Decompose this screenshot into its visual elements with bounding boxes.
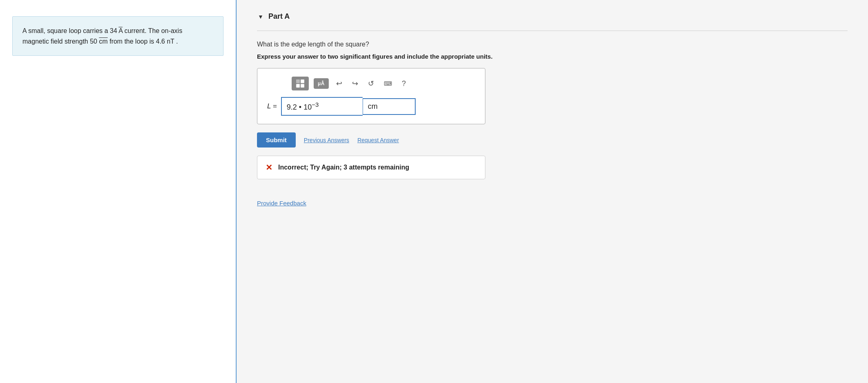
current-value: A — [119, 27, 123, 34]
incorrect-icon: ✕ — [266, 163, 272, 172]
problem-statement: A small, square loop carries a 34 A curr… — [12, 16, 224, 56]
request-answer-button[interactable]: Request Answer — [357, 137, 399, 143]
problem-text-3: magnetic field strength 50 — [22, 38, 99, 45]
redo-icon: ↪ — [352, 79, 358, 88]
provide-feedback-button[interactable]: Provide Feedback — [257, 200, 306, 207]
undo-button[interactable]: ↩ — [334, 77, 345, 90]
math-value-input[interactable]: 9.2 • 10−3 — [281, 97, 363, 116]
instruction-text: Express your answer to two significant f… — [257, 53, 848, 60]
svg-rect-1 — [301, 79, 304, 83]
right-panel: ▼ Part A What is the edge length of the … — [237, 0, 868, 383]
problem-text-5: . — [174, 38, 178, 45]
reset-icon: ↺ — [368, 79, 374, 88]
unit-input[interactable]: cm — [363, 98, 416, 115]
feedback-box: ✕ Incorrect; Try Again; 3 attempts remai… — [257, 156, 485, 179]
svg-rect-0 — [296, 79, 300, 83]
problem-text-2: current. The on-axis — [122, 27, 182, 34]
answer-box: μÅ ↩ ↪ ↺ ⌨ ? L = 9.2 • 10−3 c — [257, 68, 485, 124]
grid-template-icon — [296, 79, 305, 88]
undo-icon: ↩ — [336, 79, 342, 88]
submit-button[interactable]: Submit — [257, 132, 296, 147]
svg-rect-3 — [301, 84, 304, 88]
help-icon: ? — [402, 79, 406, 88]
toolbar: μÅ ↩ ↪ ↺ ⌨ ? — [267, 77, 475, 90]
feedback-message: Incorrect; Try Again; 3 attempts remaini… — [278, 164, 409, 171]
part-title: Part A — [268, 12, 290, 21]
grid-template-button[interactable] — [292, 77, 309, 90]
collapse-arrow-icon[interactable]: ▼ — [257, 13, 264, 20]
unit-value: cm — [368, 102, 378, 110]
keyboard-icon: ⌨ — [384, 80, 392, 87]
problem-text-1: A small, square loop carries a 34 — [22, 27, 119, 34]
left-panel: A small, square loop carries a 34 A curr… — [0, 0, 237, 383]
distance-unit: cm — [99, 38, 108, 45]
field-value: nT — [167, 38, 174, 45]
math-value: 9.2 • 10−3 — [287, 103, 319, 111]
redo-button[interactable]: ↪ — [350, 77, 361, 90]
reset-button[interactable]: ↺ — [365, 77, 376, 90]
part-header: ▼ Part A — [257, 12, 848, 21]
input-row: L = 9.2 • 10−3 cm — [267, 97, 475, 116]
svg-rect-2 — [296, 84, 300, 88]
divider — [257, 31, 848, 31]
help-button[interactable]: ? — [399, 78, 408, 90]
problem-text-4: from the loop is 4.6 — [108, 38, 167, 45]
equation-label: L = — [267, 102, 277, 110]
previous-answers-button[interactable]: Previous Answers — [304, 137, 349, 143]
action-row: Submit Previous Answers Request Answer — [257, 132, 848, 147]
units-button[interactable]: μÅ — [314, 78, 329, 89]
units-label: μÅ — [318, 81, 325, 86]
question-text: What is the edge length of the square? — [257, 41, 848, 48]
exponent: −3 — [312, 101, 319, 108]
keyboard-button[interactable]: ⌨ — [381, 79, 394, 88]
